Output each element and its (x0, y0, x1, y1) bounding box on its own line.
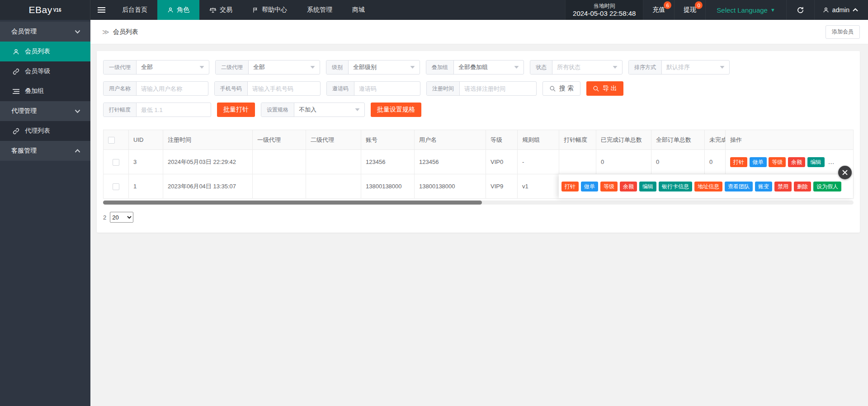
col-inject-range: 打针幅度 (559, 130, 596, 150)
inject-action-button[interactable]: 打针 (730, 157, 747, 167)
agent2-select[interactable]: 全部 (249, 61, 320, 74)
chevron-up-icon (75, 149, 80, 153)
more-actions-button[interactable]: ... (828, 159, 835, 165)
tab-dashboard[interactable]: 后台首页 (112, 0, 157, 20)
hamburger-icon (98, 7, 105, 13)
local-time-label: 当地时间 (594, 2, 615, 9)
tab-mall[interactable]: 商城 (342, 0, 375, 20)
person-icon (167, 7, 174, 13)
breadcrumb: ≫ 会员列表 (102, 28, 138, 36)
chevron-down-icon (75, 109, 80, 113)
address-info-button[interactable]: 地址信息 (694, 182, 722, 191)
person-icon (13, 48, 19, 55)
total-count: 2 (103, 214, 106, 221)
col-username: 用户名 (415, 130, 486, 150)
user-menu[interactable]: admin (815, 0, 868, 20)
username-input[interactable] (137, 82, 208, 95)
overlay-group-select[interactable]: 全部叠加组 (454, 61, 524, 74)
balance-change-button[interactable]: 账变 (755, 182, 772, 191)
level-action-button[interactable]: 等级 (600, 182, 618, 191)
tab-roles[interactable]: 角色 (157, 0, 199, 20)
table-row: 3 2024年05月03日 22:29:42 123456 123456 VIP… (104, 150, 854, 174)
filter-agent1: 一级代理 全部 (103, 60, 209, 75)
inject-action-button[interactable]: 打针 (561, 182, 579, 191)
chevron-up-icon (853, 8, 858, 12)
link-icon (13, 128, 19, 135)
sidebar-item-agent-list[interactable]: 代理列表 (0, 121, 90, 141)
cell-total-orders: 0 (651, 150, 705, 174)
bank-card-info-button[interactable]: 银行卡信息 (659, 182, 692, 191)
cell-agent2 (306, 150, 361, 174)
sidebar: 会员管理 会员列表 会员等级 叠加组 代理管理 代理列表 客服管理 (0, 20, 90, 406)
sidebar-item-overlay-group[interactable]: 叠加组 (0, 81, 90, 101)
withdraw-link[interactable]: 提现 0 (675, 0, 706, 20)
delete-button[interactable]: 删除 (794, 182, 811, 191)
make-order-action-button[interactable]: 做单 (750, 157, 767, 167)
filter-level: 级别 全部级别 (326, 60, 420, 75)
local-time-value: 2024-05-03 22:58:48 (573, 9, 636, 18)
refresh-button[interactable] (787, 0, 815, 20)
add-member-button[interactable]: 添加会员 (826, 25, 860, 39)
batch-spec-button[interactable]: 批量设置规格 (371, 103, 421, 117)
language-selector[interactable]: Select Language ▼ (706, 0, 787, 20)
cell-username: 13800138000 (415, 174, 486, 199)
set-fake-user-button[interactable]: 设为假人 (813, 182, 841, 191)
caret-down-icon (514, 65, 519, 69)
pagination: 2 20 (103, 212, 854, 223)
export-button[interactable]: 导 出 (586, 81, 623, 96)
balance-action-button[interactable]: 余额 (788, 157, 805, 167)
level-select[interactable]: 全部级别 (349, 61, 420, 74)
filter-agent2: 二级代理 全部 (215, 60, 320, 75)
tab-help-center[interactable]: 帮助中心 (242, 0, 297, 20)
phone-input[interactable] (248, 82, 320, 95)
search-icon (593, 85, 599, 92)
logo-version: V16 (53, 8, 61, 13)
batch-inject-button[interactable]: 批量打针 (217, 103, 255, 117)
row-checkbox[interactable] (113, 183, 119, 190)
spec-select[interactable]: 不加入 (294, 103, 364, 117)
sidebar-group-agent-management[interactable]: 代理管理 (0, 101, 90, 121)
caret-down-icon: ▼ (770, 7, 775, 13)
sort-select[interactable]: 默认排序 (662, 61, 729, 74)
edit-action-button[interactable]: 编辑 (807, 157, 825, 167)
status-select[interactable]: 所有状态 (552, 61, 622, 74)
make-order-action-button[interactable]: 做单 (581, 182, 598, 191)
inject-range-input[interactable] (137, 103, 211, 117)
horizontal-scrollbar-thumb[interactable] (103, 201, 482, 205)
double-angle-icon: ≫ (102, 28, 109, 36)
cell-rule-group: v1 (518, 174, 559, 199)
person-icon (823, 7, 829, 13)
invite-code-input[interactable] (354, 82, 420, 95)
logo-text: EBay (29, 5, 52, 15)
register-time-input[interactable] (460, 82, 536, 95)
select-all-checkbox[interactable] (108, 137, 115, 144)
tab-transactions[interactable]: 交易 (199, 0, 242, 20)
balance-action-button[interactable]: 余额 (620, 182, 637, 191)
popup-close-button[interactable] (838, 166, 852, 179)
sidebar-item-member-level[interactable]: 会员等级 (0, 61, 90, 81)
search-button[interactable]: 搜 索 (542, 81, 580, 96)
col-uid: UID (129, 130, 163, 150)
tab-system[interactable]: 系统管理 (297, 0, 342, 20)
disable-button[interactable]: 禁用 (774, 182, 792, 191)
top-navbar: EBay V16 后台首页 角色 交易 帮助中心 (0, 0, 868, 20)
edit-action-button[interactable]: 编辑 (639, 182, 656, 191)
level-action-button[interactable]: 等级 (769, 157, 786, 167)
member-table-wrap: UID 注册时间 一级代理 二级代理 账号 用户名 等级 规则组 打针幅度 已完… (103, 130, 854, 205)
sidebar-toggle-button[interactable] (90, 0, 112, 20)
filter-row-2: 用户名称 手机号码 邀请码 注册时间 搜 索 (103, 81, 854, 96)
sidebar-item-member-list[interactable]: 会员列表 (0, 42, 90, 61)
page-size-select[interactable]: 20 (110, 212, 133, 223)
col-uncompleted-orders: 未完成订单总数 (705, 130, 726, 150)
sidebar-group-customer-service[interactable]: 客服管理 (0, 141, 90, 161)
caret-down-icon (355, 108, 360, 112)
recharge-link[interactable]: 充值 6 (643, 0, 675, 20)
local-time: 当地时间 2024-05-03 22:58:48 (565, 0, 643, 20)
agent1-select[interactable]: 全部 (137, 61, 209, 74)
row-checkbox[interactable] (113, 159, 119, 166)
sidebar-group-member-management[interactable]: 会员管理 (0, 22, 90, 42)
filter-row-3: 打针幅度 批量打针 设置规格 不加入 批量设置规格 (103, 103, 854, 117)
filter-username: 用户名称 (103, 81, 208, 96)
view-team-button[interactable]: 查看团队 (725, 182, 753, 191)
main-content: ≫ 会员列表 添加会员 一级代理 全部 二级代理 全部 级别 (90, 20, 868, 406)
